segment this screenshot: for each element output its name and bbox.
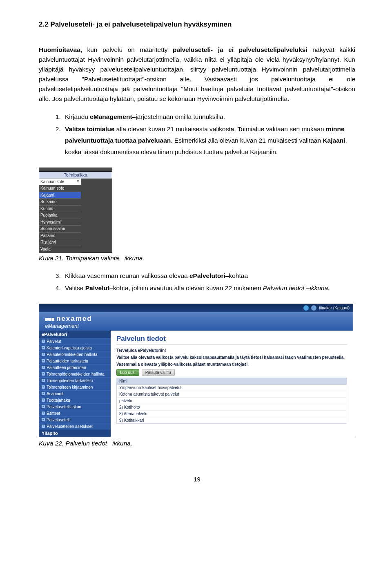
sidebar-item-palvelut[interactable]: +Palvelut bbox=[39, 338, 111, 345]
step-3: Klikkaa vasemman reunan valikossa olevaa… bbox=[62, 270, 355, 282]
figure-21-caption: Kuva 21. Toimipaikan valinta –ikkuna. bbox=[39, 255, 355, 262]
step-4-text-c: –kohta, jolloin avautuu alla olevan kuva… bbox=[109, 284, 263, 291]
figure-22: tiinakar (Kajaani) nexamed eManagement e… bbox=[39, 304, 355, 437]
step-4: Valitse Palvelut–kohta, jolloin avautuu … bbox=[62, 282, 355, 294]
step-1-text-a: Kirjaudu bbox=[65, 113, 90, 120]
plus-icon: + bbox=[42, 412, 45, 415]
content-welcome: Tervetuloa ePalvelutoriin! bbox=[116, 348, 347, 353]
new-button[interactable]: Luo uusi bbox=[116, 369, 139, 376]
plus-icon: + bbox=[42, 346, 45, 349]
sidebar-item-label: Palvelusetelien asetukset bbox=[47, 424, 93, 429]
plus-icon: + bbox=[42, 392, 45, 395]
sidebar-item-label: Palautteiden tarkastelu bbox=[47, 359, 88, 363]
step-2-text-b: alla olevan kuvan 21 mukaisesta valikost… bbox=[114, 125, 326, 132]
plus-icon: + bbox=[42, 340, 45, 343]
chevron-down-icon[interactable]: ▼ bbox=[76, 179, 80, 184]
fig21-option[interactable]: Suomussalmi bbox=[39, 226, 81, 233]
fig21-option[interactable]: Puolanka bbox=[39, 212, 81, 219]
plus-icon: + bbox=[42, 385, 45, 389]
step-1-text-c: –järjestelmään omilla tunnuksilla. bbox=[132, 113, 225, 120]
content-desc2: Vasemmalla olevasta ylläpito-valikosta p… bbox=[116, 362, 347, 367]
sidebar-item-label: Palvelusetelilaskuri bbox=[47, 405, 81, 409]
step-4-italic: Palvelun tiedot –ikkuna. bbox=[263, 284, 330, 291]
fig21-fill bbox=[81, 179, 112, 253]
sidebar-item[interactable]: +Palautteen jättäminen bbox=[39, 364, 111, 371]
step-2-text-d: . Esimerkiksi alla olevan kuvan 21 mukai… bbox=[171, 137, 323, 144]
table-header: Nimi bbox=[117, 378, 347, 385]
step-2-bold-a: Valitse toimialue bbox=[65, 125, 114, 132]
plus-icon: + bbox=[42, 398, 45, 402]
plus-icon: + bbox=[42, 405, 45, 408]
plus-icon: + bbox=[42, 359, 45, 362]
step-1-bold: eManagement bbox=[90, 113, 132, 120]
steps-list-1: Kirjaudu eManagement–järjestelmään omill… bbox=[39, 111, 355, 158]
step-4-bold: Palvelut bbox=[85, 284, 109, 291]
step-2-bold-e: Kajaani bbox=[323, 137, 345, 144]
table-row[interactable]: Kotona asumista tukevat palvelut bbox=[117, 391, 347, 398]
services-table: Nimi Ympärivuorokautiset hoivapalvelut K… bbox=[116, 378, 347, 424]
sidebar-item[interactable]: +Palautteiden tarkastelu bbox=[39, 358, 111, 364]
fig21-option[interactable]: Ristijärvi bbox=[39, 239, 81, 246]
fig21-header: Toimipaikka bbox=[39, 172, 112, 179]
sidebar-item[interactable]: +Toimenpidelomakkeiden hallinta bbox=[39, 371, 111, 377]
fig21-dropdown-list[interactable]: Kainuun sote ▼ Kainuun sote Kajaani Sotk… bbox=[39, 179, 81, 253]
sidebar-item[interactable]: +Palvelusetelit bbox=[39, 416, 111, 423]
reset-button[interactable]: Palauta valittu bbox=[142, 369, 175, 376]
table-row[interactable]: palvelu bbox=[117, 398, 347, 404]
step-2: Valitse toimialue alla olevan kuvan 21 m… bbox=[62, 123, 355, 158]
sidebar-item[interactable]: +Palautelomakkeiden hallinta bbox=[39, 351, 111, 358]
fig21-option[interactable]: Vaala bbox=[39, 246, 81, 253]
plus-icon: + bbox=[42, 379, 45, 382]
sidebar-header-yllapito[interactable]: Ylläpito bbox=[39, 430, 111, 437]
sidebar-item[interactable]: +Kalenteri vapaista ajoista bbox=[39, 345, 111, 351]
fig21-option[interactable]: Sotkamo bbox=[39, 199, 81, 206]
section-heading: 2.2 Palveluseteli- ja ei palvelusetelipa… bbox=[39, 20, 355, 29]
fig21-option[interactable]: Kainuun sote bbox=[39, 185, 81, 192]
table-row[interactable]: 9) Kotitalkkari bbox=[117, 417, 347, 423]
step-4-text-a: Valitse bbox=[65, 284, 85, 291]
page-number: 19 bbox=[39, 476, 355, 483]
plus-icon: + bbox=[42, 366, 45, 369]
user-icon[interactable] bbox=[311, 305, 316, 311]
fig21-option-highlighted[interactable]: Kajaani bbox=[39, 192, 81, 199]
sidebar-item-label: Palautelomakkeiden hallinta bbox=[47, 352, 98, 357]
figure-22-caption: Kuva 22. Palvelun tiedot –ikkuna. bbox=[39, 440, 355, 447]
plus-icon: + bbox=[42, 353, 45, 356]
fig21-option[interactable]: Hyrynsalmi bbox=[39, 219, 81, 226]
table-row[interactable]: 2) Kotihoito bbox=[117, 404, 347, 411]
content-title: Palvelun tiedot bbox=[111, 331, 353, 345]
sidebar-item[interactable]: +Esitteet bbox=[39, 410, 111, 416]
sidebar-header-epalvelutori[interactable]: ePalvelutori bbox=[39, 331, 111, 338]
brand-text: nexamed bbox=[56, 315, 92, 323]
fig22-brand-bar: nexamed eManagement bbox=[39, 312, 353, 331]
step-3-bold: ePalvelutori bbox=[189, 272, 225, 279]
sidebar-item-label: Palvelusetelit bbox=[47, 418, 71, 422]
fig22-user-label: tiinakar (Kajaani) bbox=[319, 306, 350, 310]
table-row[interactable]: 8) Ateriapalvelu bbox=[117, 411, 347, 417]
sidebar-item[interactable]: +Arvioinnit bbox=[39, 390, 111, 397]
sidebar-item[interactable]: +Palvelusetelilaskuri bbox=[39, 403, 111, 410]
steps-list-2: Klikkaa vasemman reunan valikossa olevaa… bbox=[39, 270, 355, 294]
sidebar-item[interactable]: +Tuottajahaku bbox=[39, 397, 111, 403]
sidebar-item[interactable]: +Toimenpiteen kirjaaminen bbox=[39, 384, 111, 390]
sidebar-item[interactable]: +Palvelusetelien asetukset bbox=[39, 423, 111, 430]
step-1: Kirjaudu eManagement–järjestelmään omill… bbox=[62, 111, 355, 123]
fig22-sidebar: ePalvelutori +Palvelut +Kalenteri vapais… bbox=[39, 331, 111, 437]
fig21-option[interactable]: Kuhmo bbox=[39, 206, 81, 213]
fig21-selected[interactable]: Kainuun sote ▼ bbox=[39, 179, 81, 186]
fig22-topbar: tiinakar (Kajaani) bbox=[39, 304, 353, 312]
fig22-content: Palvelun tiedot Tervetuloa ePalvelutorii… bbox=[111, 331, 353, 437]
brand-logo: nexamed bbox=[45, 315, 347, 323]
step-3-text-a: Klikkaa vasemman reunan valikossa olevaa bbox=[65, 272, 189, 279]
plus-icon: + bbox=[42, 372, 45, 376]
table-row[interactable]: Ympärivuorokautiset hoivapalvelut bbox=[117, 385, 347, 391]
fig21-option[interactable]: Paltamo bbox=[39, 233, 81, 239]
step-3-text-c: –kohtaa bbox=[225, 272, 248, 279]
help-icon[interactable] bbox=[303, 305, 309, 311]
sidebar-item-label: Toimenpidelomakkeiden hallinta bbox=[47, 372, 105, 376]
sidebar-item[interactable]: +Toimenpiteiden tarkastelu bbox=[39, 377, 111, 384]
sidebar-item-label: Kalenteri vapaista ajoista bbox=[47, 346, 92, 350]
paragraph-intro: Huomioitavaa, kun palvelu on määritetty … bbox=[39, 45, 355, 104]
plus-icon: + bbox=[42, 418, 45, 421]
sidebar-item-label: Esitteet bbox=[47, 411, 60, 416]
